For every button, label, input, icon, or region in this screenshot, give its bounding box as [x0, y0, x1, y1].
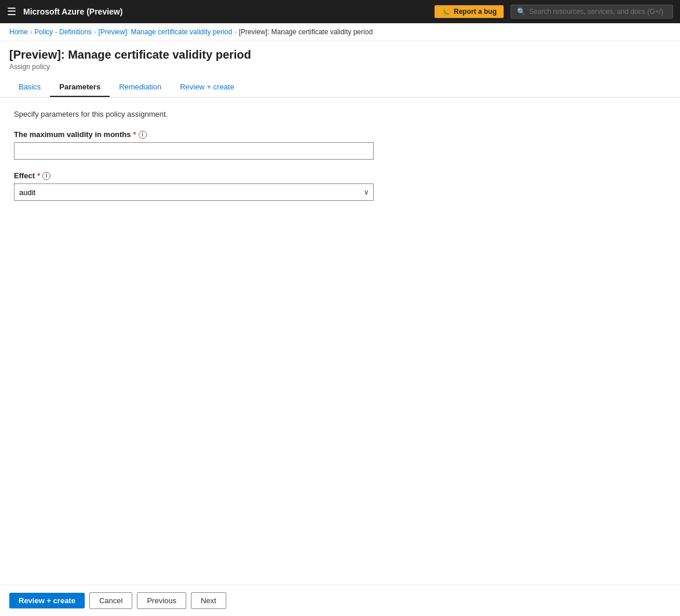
app-title: Microsoft Azure (Preview) — [23, 7, 428, 16]
tab-review-create[interactable]: Review + create — [171, 78, 244, 97]
tabs-container: Basics Parameters Remediation Review + c… — [9, 78, 671, 97]
review-create-button[interactable]: Review + create — [9, 593, 85, 608]
page-title: [Preview]: Manage certificate validity p… — [9, 48, 671, 62]
effect-label-text: Effect — [14, 171, 35, 180]
breadcrumb-sep-1: › — [30, 29, 32, 35]
max-validity-label-text: The maximum validity in months — [14, 130, 131, 139]
section-description: Specify parameters for this policy assig… — [14, 110, 666, 118]
effect-select-wrapper: audit deny disabled ∨ — [14, 183, 374, 201]
content-card: Specify parameters for this policy assig… — [0, 98, 680, 598]
main-wrapper: Specify parameters for this policy assig… — [0, 98, 680, 616]
breadcrumb-home[interactable]: Home — [9, 28, 28, 36]
effect-select[interactable]: audit deny disabled — [14, 183, 374, 201]
bug-icon: 🐛 — [442, 8, 450, 16]
max-validity-required-indicator: * — [133, 130, 136, 139]
page-header: [Preview]: Manage certificate validity p… — [0, 41, 680, 98]
breadcrumb-sep-3: › — [234, 29, 236, 35]
topbar: ☰ Microsoft Azure (Preview) 🐛 Report a b… — [0, 0, 680, 23]
previous-button[interactable]: Previous — [137, 592, 186, 609]
breadcrumb-sep-2: › — [94, 29, 96, 35]
max-validity-label: The maximum validity in months * i — [14, 130, 666, 139]
search-input[interactable] — [529, 8, 667, 16]
tab-remediation[interactable]: Remediation — [110, 78, 171, 97]
effect-info-icon[interactable]: i — [42, 172, 50, 180]
max-validity-info-icon[interactable]: i — [139, 131, 147, 139]
search-bar[interactable]: 🔍 — [511, 5, 673, 19]
report-bug-button[interactable]: 🐛 Report a bug — [435, 5, 504, 18]
page-subtitle: Assign policy — [9, 63, 671, 71]
max-validity-input[interactable] — [14, 142, 374, 160]
cancel-button[interactable]: Cancel — [89, 592, 132, 609]
max-validity-group: The maximum validity in months * i — [14, 130, 666, 160]
next-button[interactable]: Next — [191, 592, 226, 609]
footer: Review + create Cancel Previous Next — [0, 585, 680, 616]
tab-basics[interactable]: Basics — [9, 78, 50, 97]
effect-group: Effect * i audit deny disabled ∨ — [14, 171, 666, 201]
breadcrumb-preview-manage[interactable]: [Preview]: Manage certificate validity p… — [98, 28, 232, 36]
effect-label: Effect * i — [14, 171, 666, 180]
tab-parameters[interactable]: Parameters — [50, 78, 110, 97]
breadcrumb: Home › Policy - Definitions › [Preview]:… — [0, 23, 680, 41]
report-bug-label: Report a bug — [454, 8, 497, 16]
effect-required-indicator: * — [37, 171, 40, 180]
main-content: Specify parameters for this policy assig… — [0, 98, 680, 598]
search-icon: 🔍 — [517, 8, 526, 16]
breadcrumb-current: [Preview]: Manage certificate validity p… — [239, 28, 373, 36]
hamburger-menu-icon[interactable]: ☰ — [7, 5, 16, 18]
breadcrumb-policy-definitions[interactable]: Policy - Definitions — [34, 28, 92, 36]
